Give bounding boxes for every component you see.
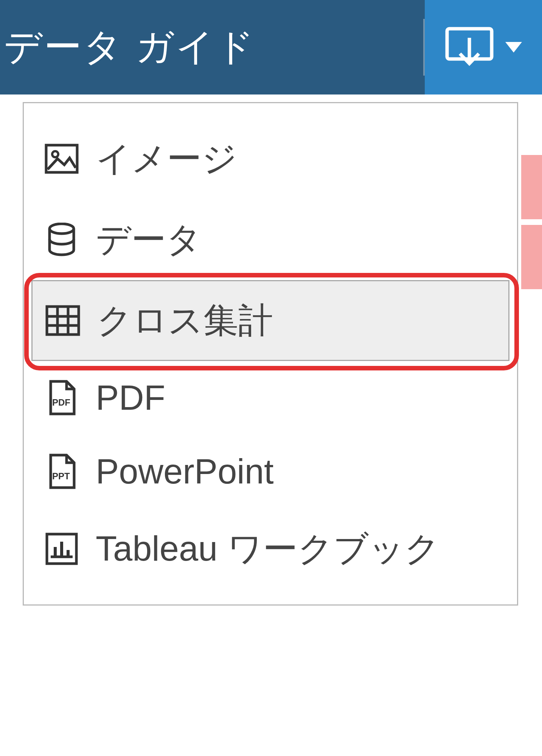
download-icon (445, 26, 494, 68)
tableau-workbook-icon (43, 532, 81, 566)
menu-item-powerpoint[interactable]: PPT PowerPoint (24, 435, 517, 508)
svg-text:PDF: PDF (52, 397, 70, 407)
menu-item-label: PowerPoint (96, 452, 273, 491)
svg-point-3 (52, 151, 58, 157)
menu-item-image[interactable]: イメージ (24, 118, 517, 199)
download-button[interactable] (425, 0, 542, 94)
menu-item-tableau-workbook[interactable]: Tableau ワークブック (24, 508, 517, 589)
table-icon (44, 305, 82, 336)
chevron-down-icon (505, 42, 522, 53)
image-icon (43, 144, 81, 174)
download-menu: イメージ データ クロス集計 (23, 102, 518, 606)
background-strip (521, 225, 542, 289)
pdf-file-icon: PDF (43, 380, 81, 416)
toolbar-title[interactable]: データ ガイド (0, 0, 423, 94)
menu-item-label: イメージ (96, 135, 237, 182)
svg-text:PPT: PPT (52, 471, 70, 481)
database-icon (43, 223, 81, 257)
menu-item-label: クロス集計 (97, 297, 273, 344)
powerpoint-file-icon: PPT (43, 454, 81, 490)
menu-item-data[interactable]: データ (24, 199, 517, 280)
menu-item-label: PDF (96, 378, 165, 418)
svg-rect-5 (47, 307, 79, 335)
menu-item-crosstab[interactable]: クロス集計 (31, 280, 509, 361)
menu-item-pdf[interactable]: PDF PDF (24, 361, 517, 435)
menu-item-label: データ (96, 216, 202, 263)
background-strip (521, 155, 542, 219)
svg-rect-2 (46, 145, 77, 172)
menu-item-label: Tableau ワークブック (96, 525, 440, 572)
svg-point-4 (50, 224, 74, 234)
toolbar: データ ガイド (0, 0, 542, 94)
